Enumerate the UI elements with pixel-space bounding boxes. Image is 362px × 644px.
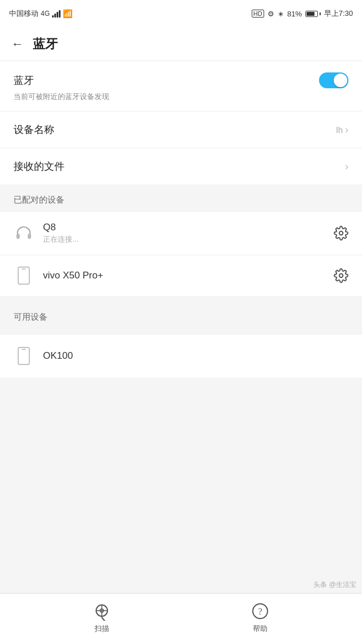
page-title: 蓝牙: [33, 36, 58, 53]
bluetooth-toggle-section: 蓝牙 当前可被附近的蓝牙设备发现: [0, 61, 362, 111]
help-label: 帮助: [253, 624, 268, 634]
help-nav-item[interactable]: ? 帮助: [250, 601, 270, 634]
signal-bars-icon: [52, 10, 61, 18]
paired-devices-header: 已配对的设备: [0, 184, 362, 211]
scan-label: 扫描: [94, 624, 109, 634]
status-left: 中国移动 4G 📶: [9, 8, 72, 19]
bluetooth-toggle[interactable]: [319, 72, 348, 88]
carrier-label: 中国移动: [9, 8, 38, 19]
bluetooth-status-icon: ∗: [278, 10, 284, 18]
paired-devices-label: 已配对的设备: [14, 195, 64, 204]
device-vivo-info: vivo X50 Pro+: [43, 270, 325, 281]
available-devices-section: OK100: [0, 334, 362, 377]
device-ok100-info: OK100: [43, 350, 348, 362]
chevron-right-icon-2: ›: [345, 161, 348, 173]
svg-rect-1: [28, 234, 31, 239]
hd-badge: HD: [252, 10, 264, 18]
device-q8-row[interactable]: Q8 正在连接...: [0, 211, 362, 255]
time-label: 早上7:30: [324, 8, 353, 19]
battery-icon: [305, 11, 321, 17]
scan-icon: [92, 601, 112, 621]
bluetooth-toggle-row: 蓝牙: [14, 72, 348, 88]
svg-rect-2: [18, 267, 29, 284]
bottom-nav: 扫描 ? 帮助: [0, 593, 362, 644]
bluetooth-subtitle: 当前可被附近的蓝牙设备发现: [14, 92, 348, 102]
phone-icon-2: [14, 346, 34, 366]
toggle-knob: [334, 74, 347, 87]
bluetooth-label: 蓝牙: [14, 74, 34, 87]
wifi-icon: 📶: [63, 9, 72, 18]
device-q8-name: Q8: [43, 222, 325, 233]
received-files-right: ›: [345, 161, 348, 173]
signal-label: 4G: [41, 10, 50, 18]
status-right: HD ⚙ ∗ 81% 早上7:30: [252, 8, 353, 19]
svg-rect-4: [18, 347, 29, 364]
device-ok100-row[interactable]: OK100: [0, 334, 362, 377]
watermark: 头条 @生活宝: [313, 580, 356, 590]
back-button[interactable]: ←: [11, 37, 24, 51]
device-ok100-name: OK100: [43, 350, 348, 362]
chevron-right-icon: ›: [345, 124, 348, 136]
available-devices-label: 可用设备: [14, 312, 48, 321]
svg-rect-0: [16, 234, 20, 239]
device-vivo-row[interactable]: vivo X50 Pro+: [0, 255, 362, 296]
device-q8-status: 正在连接...: [43, 234, 325, 244]
phone-icon: [14, 265, 34, 286]
help-icon: ?: [250, 601, 270, 621]
device-vivo-settings-button[interactable]: [334, 268, 348, 283]
paired-devices-section: Q8 正在连接... vivo X50 Pro+: [0, 211, 362, 296]
scan-nav-item[interactable]: 扫描: [92, 601, 112, 634]
received-files-label: 接收的文件: [14, 160, 64, 173]
device-name-label: 设备名称: [14, 123, 54, 136]
received-files-row[interactable]: 接收的文件 ›: [0, 148, 362, 184]
status-bar: 中国移动 4G 📶 HD ⚙ ∗ 81% 早上7:30: [0, 0, 362, 27]
device-name-right: lh ›: [336, 124, 348, 136]
device-name-value: lh: [336, 125, 343, 135]
content: 蓝牙 当前可被附近的蓝牙设备发现 设备名称 lh › 接收的文件 › 已配对的设…: [0, 61, 362, 377]
headphones-icon: [14, 223, 34, 243]
header: ← 蓝牙: [0, 27, 362, 61]
device-q8-settings-button[interactable]: [334, 226, 348, 241]
device-q8-info: Q8 正在连接...: [43, 222, 325, 244]
svg-text:?: ?: [258, 607, 262, 616]
device-vivo-name: vivo X50 Pro+: [43, 270, 325, 281]
battery-label: 81%: [287, 10, 302, 18]
device-name-row[interactable]: 设备名称 lh ›: [0, 111, 362, 148]
available-devices-header: 可用设备: [0, 302, 362, 328]
settings-icon: ⚙: [268, 10, 274, 18]
